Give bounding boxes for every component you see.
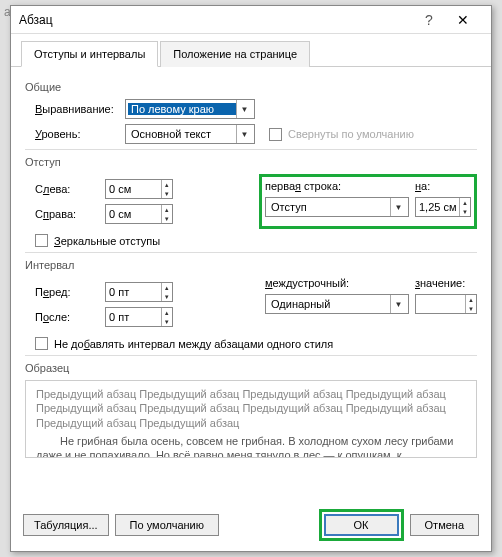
button-label: Табуляция... [34, 519, 98, 531]
alignment-value: По левому краю [128, 103, 236, 115]
spinner-buttons[interactable]: ▲▼ [161, 180, 173, 198]
tab-strip: Отступы и интервалы Положение на страниц… [11, 34, 491, 67]
no-space-same-style-checkbox[interactable] [35, 337, 48, 350]
tab-indents-spacing[interactable]: Отступы и интервалы [21, 41, 158, 67]
preview-sample: Не грибная была осень, совсем не грибная… [36, 434, 466, 458]
dialog-content: Общие ВВыравнивание:ыравнивание: По лево… [11, 67, 491, 501]
line-spacing-value: Одинарный [268, 298, 390, 310]
line-spacing-combo[interactable]: Одинарный ▼ [265, 294, 409, 314]
outline-level-value: Основной текст [128, 128, 236, 140]
collapse-label: Свернуты по умолчанию [288, 128, 414, 140]
tabs-button[interactable]: Табуляция... [23, 514, 109, 536]
ok-button[interactable]: ОК [324, 514, 399, 536]
first-line-value: Отступ [268, 201, 390, 213]
chevron-down-icon: ▼ [390, 295, 406, 313]
dialog-footer: Табуляция... По умолчанию ОК Отмена [11, 501, 491, 551]
no-space-same-style-label: Не добавлять интервал между абзацами одн… [54, 338, 333, 350]
chevron-down-icon: ▼ [236, 100, 252, 118]
spinner-buttons[interactable]: ▲▼ [161, 283, 173, 301]
tab-label: Положение на странице [173, 48, 297, 60]
spacing-before-spinner[interactable]: ▲▼ [105, 282, 173, 302]
spacing-at-spinner[interactable]: ▲▼ [415, 294, 477, 314]
close-icon[interactable]: ✕ [443, 12, 483, 28]
tab-label: Отступы и интервалы [34, 48, 145, 60]
set-default-button[interactable]: По умолчанию [115, 514, 219, 536]
preview-previous: Предыдущий абзац Предыдущий абзац Предыд… [36, 387, 466, 430]
indent-by-spinner[interactable]: ▲▼ [415, 197, 471, 217]
button-label: По умолчанию [130, 519, 204, 531]
highlight-first-line: первая строка: на: Отступ ▼ ▲▼ [259, 174, 477, 229]
mirror-indents-label: Зеркальные отступы [54, 235, 160, 247]
mirror-indents-checkbox[interactable] [35, 234, 48, 247]
spacing-after-label: После: [35, 311, 105, 323]
alignment-combo[interactable]: По левому краю ▼ [125, 99, 255, 119]
first-line-combo[interactable]: Отступ ▼ [265, 197, 409, 217]
help-icon[interactable]: ? [415, 12, 443, 28]
spinner-buttons[interactable]: ▲▼ [459, 198, 470, 216]
outline-level-label: Уровень: [35, 128, 125, 140]
indent-left-label: Слева: [35, 183, 105, 195]
first-line-label: первая строка: [265, 180, 415, 192]
spinner-buttons[interactable]: ▲▼ [161, 205, 173, 223]
indent-by-input[interactable] [416, 198, 459, 216]
spinner-buttons[interactable]: ▲▼ [465, 295, 476, 313]
section-preview: Образец [25, 362, 477, 374]
cancel-button[interactable]: Отмена [410, 514, 479, 536]
indent-by-label: на: [415, 180, 471, 192]
line-spacing-label: междустрочный: [265, 277, 415, 289]
spacing-before-label: Перед: [35, 286, 105, 298]
alignment-label: ВВыравнивание:ыравнивание: [35, 103, 125, 115]
spinner-buttons[interactable]: ▲▼ [161, 308, 173, 326]
chevron-down-icon: ▼ [236, 125, 252, 143]
spacing-at-input[interactable] [416, 295, 465, 313]
highlight-ok: ОК [319, 509, 404, 541]
preview-box: Предыдущий абзац Предыдущий абзац Предыд… [25, 380, 477, 458]
section-general: Общие [25, 81, 477, 93]
spacing-at-label: значение: [415, 277, 477, 289]
spacing-after-input[interactable] [106, 308, 161, 326]
section-spacing: Интервал [25, 259, 477, 271]
spacing-before-input[interactable] [106, 283, 161, 301]
outline-level-combo[interactable]: Основной текст ▼ [125, 124, 255, 144]
indent-left-input[interactable] [106, 180, 161, 198]
chevron-down-icon: ▼ [390, 198, 406, 216]
indent-left-spinner[interactable]: ▲▼ [105, 179, 173, 199]
button-label: ОК [354, 519, 369, 531]
indent-right-spinner[interactable]: ▲▼ [105, 204, 173, 224]
collapse-checkbox [269, 128, 282, 141]
section-indent: Отступ [25, 156, 477, 168]
indent-right-input[interactable] [106, 205, 161, 223]
indent-right-label: Справа: [35, 208, 105, 220]
tab-line-page-breaks[interactable]: Положение на странице [160, 41, 310, 67]
paragraph-dialog: Абзац ? ✕ Отступы и интервалы Положение … [10, 5, 492, 552]
button-label: Отмена [425, 519, 464, 531]
titlebar: Абзац ? ✕ [11, 6, 491, 34]
spacing-after-spinner[interactable]: ▲▼ [105, 307, 173, 327]
dialog-title: Абзац [19, 13, 415, 27]
